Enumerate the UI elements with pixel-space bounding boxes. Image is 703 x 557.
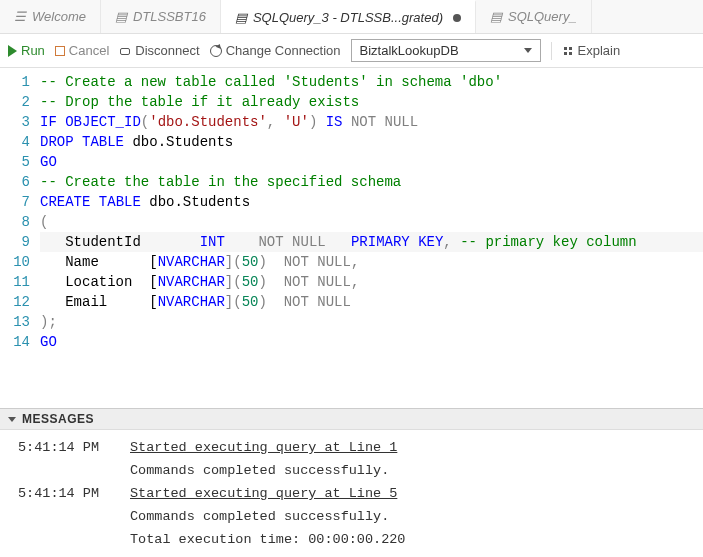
message-row: Commands completed successfully.: [0, 505, 703, 528]
server-icon: ▤: [115, 9, 127, 24]
explain-icon: [562, 45, 574, 57]
messages-header[interactable]: MESSAGES: [0, 409, 703, 430]
code-editor[interactable]: 1 2 3 4 5 6 7 8 9 10 11 12 13 14 -- Crea…: [0, 68, 703, 408]
file-icon: ▤: [490, 9, 502, 24]
separator: [551, 42, 552, 60]
tab-bar: ☰ Welcome ▤ DTLSSBT16 ▤ SQLQuery_3 - DTL…: [0, 0, 703, 34]
chevron-down-icon: [8, 417, 16, 422]
message-time: [0, 532, 130, 547]
stop-icon: [55, 46, 65, 56]
message-row: 5:41:14 PM Started executing query at Li…: [0, 436, 703, 459]
message-text-link[interactable]: Started executing query at Line 1: [130, 440, 397, 455]
explain-button[interactable]: Explain: [562, 43, 621, 58]
line-number-gutter: 1 2 3 4 5 6 7 8 9 10 11 12 13 14: [0, 72, 40, 408]
tab-dtlssbt16[interactable]: ▤ DTLSSBT16: [101, 0, 221, 33]
code-content[interactable]: -- Create a new table called 'Students' …: [40, 72, 703, 408]
disconnect-icon: [119, 45, 131, 57]
explain-label: Explain: [578, 43, 621, 58]
message-time: 5:41:14 PM: [0, 440, 130, 455]
run-label: Run: [21, 43, 45, 58]
message-time: [0, 509, 130, 524]
change-connection-label: Change Connection: [226, 43, 341, 58]
message-text: Commands completed successfully.: [130, 463, 389, 478]
tab-label: SQLQuery_: [508, 9, 577, 24]
run-button[interactable]: Run: [8, 43, 45, 58]
cancel-button[interactable]: Cancel: [55, 43, 109, 58]
menu-icon: ☰: [14, 9, 26, 24]
tab-sqlquery3[interactable]: ▤ SQLQuery_3 - DTLSSB...grated): [221, 0, 476, 33]
file-icon: ▤: [235, 10, 247, 25]
tab-label: DTLSSBT16: [133, 9, 206, 24]
message-row: 5:41:14 PM Started executing query at Li…: [0, 482, 703, 505]
change-connection-button[interactable]: Change Connection: [210, 43, 341, 58]
message-row: Total execution time: 00:00:00.220: [0, 528, 703, 551]
messages-body: 5:41:14 PM Started executing query at Li…: [0, 430, 703, 557]
cancel-label: Cancel: [69, 43, 109, 58]
change-connection-icon: [210, 45, 222, 57]
messages-title: MESSAGES: [22, 412, 94, 426]
tab-welcome[interactable]: ☰ Welcome: [0, 0, 101, 33]
message-time: [0, 463, 130, 478]
database-selected-value: BiztalkLookupDB: [360, 43, 459, 58]
tab-sqlquery-other[interactable]: ▤ SQLQuery_: [476, 0, 592, 33]
message-text: Commands completed successfully.: [130, 509, 389, 524]
tab-label: Welcome: [32, 9, 86, 24]
disconnect-label: Disconnect: [135, 43, 199, 58]
messages-panel: MESSAGES 5:41:14 PM Started executing qu…: [0, 408, 703, 557]
message-time: 5:41:14 PM: [0, 486, 130, 501]
unsaved-indicator-icon: [453, 14, 461, 22]
disconnect-button[interactable]: Disconnect: [119, 43, 199, 58]
toolbar: Run Cancel Disconnect Change Connection …: [0, 34, 703, 68]
message-text-link[interactable]: Started executing query at Line 5: [130, 486, 397, 501]
database-select[interactable]: BiztalkLookupDB: [351, 39, 541, 62]
message-text: Total execution time: 00:00:00.220: [130, 532, 405, 547]
tab-label: SQLQuery_3 - DTLSSB...grated): [253, 10, 443, 25]
play-icon: [8, 45, 17, 57]
chevron-down-icon: [524, 48, 532, 53]
message-row: Commands completed successfully.: [0, 459, 703, 482]
